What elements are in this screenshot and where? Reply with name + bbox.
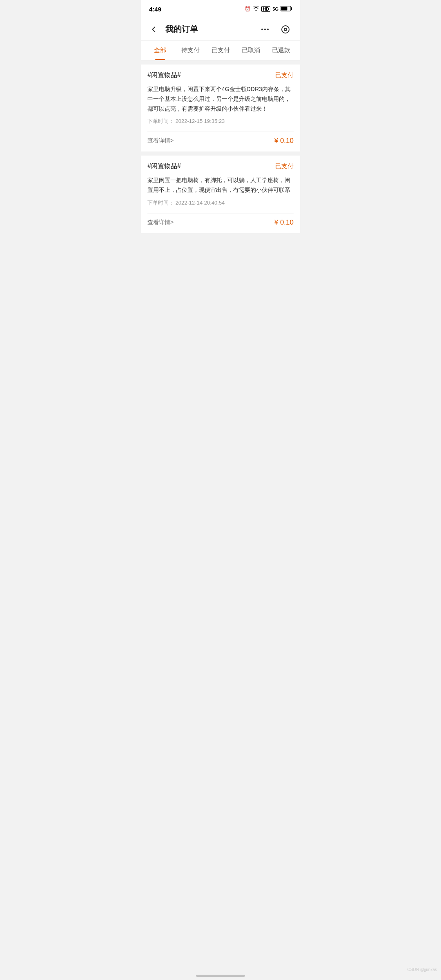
wifi-icon [253, 6, 259, 12]
orders-list: #闲置物品# 已支付 家里电脑升级，闲置下来两个4G金士顿DDR3内存条，其中一… [141, 60, 300, 241]
status-time: 4:49 [149, 6, 161, 13]
order-category: #闲置物品# [147, 71, 181, 80]
order-header: #闲置物品# 已支付 [147, 71, 294, 80]
tab-refunded[interactable]: 已退款 [266, 41, 296, 60]
order-price: ¥ 0.10 [274, 137, 294, 145]
battery-icon [281, 6, 292, 12]
order-time: 下单时间： 2022-12-15 19:35:23 [147, 118, 294, 125]
home-indicator [196, 975, 245, 977]
back-button[interactable] [147, 22, 162, 37]
more-button[interactable] [257, 22, 273, 37]
scan-icon [281, 24, 290, 34]
order-card: #闲置物品# 已支付 家里电脑升级，闲置下来两个4G金士顿DDR3内存条，其中一… [141, 65, 300, 151]
tab-paid[interactable]: 已支付 [205, 41, 236, 60]
tabs: 全部 待支付 已支付 已取消 已退款 [141, 41, 300, 60]
order-status: 已支付 [275, 71, 294, 79]
svg-point-5 [267, 29, 269, 30]
alarm-icon: ⏰ [245, 6, 251, 12]
svg-point-8 [285, 29, 286, 30]
order-footer: 查看详情> ¥ 0.10 [147, 131, 294, 145]
order-status: 已支付 [275, 163, 294, 170]
tab-all[interactable]: 全部 [145, 41, 175, 60]
order-description: 家里闲置一把电脑椅，有脚托，可以躺，人工学座椅，闲置用不上，占位置，现便宜出售，… [147, 176, 294, 195]
header-actions [257, 22, 294, 37]
tab-cancelled[interactable]: 已取消 [236, 41, 266, 60]
svg-rect-2 [281, 7, 287, 11]
tab-pending[interactable]: 待支付 [175, 41, 205, 60]
status-bar: 4:49 ⏰ HD 5G [141, 0, 300, 18]
order-footer: 查看详情> ¥ 0.10 [147, 213, 294, 227]
page-title: 我的订单 [165, 24, 257, 35]
view-detail-link[interactable]: 查看详情> [147, 219, 174, 226]
order-card: #闲置物品# 已支付 家里闲置一把电脑椅，有脚托，可以躺，人工学座椅，闲置用不上… [141, 156, 300, 233]
view-detail-link[interactable]: 查看详情> [147, 137, 174, 145]
svg-rect-1 [291, 7, 292, 10]
order-header: #闲置物品# 已支付 [147, 162, 294, 171]
scan-button[interactable] [277, 22, 294, 37]
svg-point-3 [261, 29, 263, 30]
order-category: #闲置物品# [147, 162, 181, 171]
more-icon [260, 24, 270, 34]
order-time: 下单时间： 2022-12-14 20:40:54 [147, 199, 294, 207]
signal-icon: 5G [272, 7, 278, 11]
order-description: 家里电脑升级，闲置下来两个4G金士顿DDR3内存条，其中一个基本上没怎么用过，另… [147, 85, 294, 114]
header: 我的订单 [141, 18, 300, 41]
order-price: ¥ 0.10 [274, 218, 294, 227]
svg-point-4 [264, 29, 266, 30]
back-icon [152, 26, 158, 32]
status-icons: ⏰ HD 5G [245, 6, 292, 12]
hd-icon: HD [261, 6, 270, 12]
